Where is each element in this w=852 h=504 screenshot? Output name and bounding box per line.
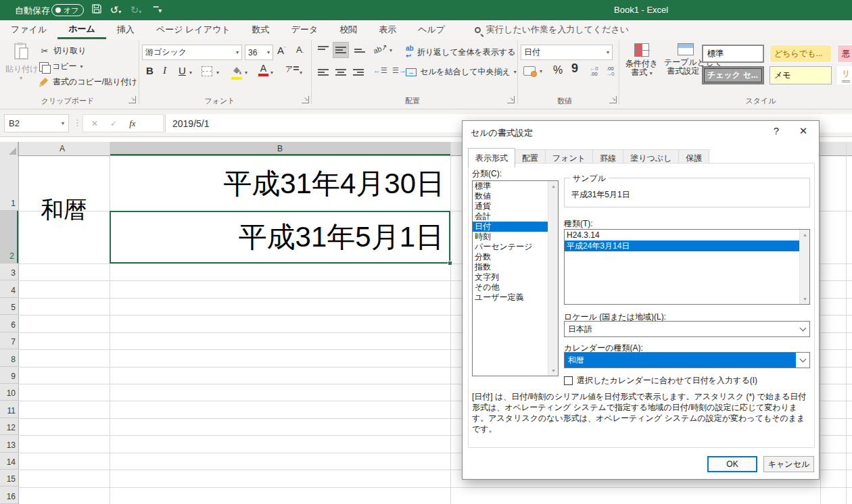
conditional-formatting-button[interactable]: 条件付き書式 ▾ (622, 43, 661, 78)
autosave-toggle[interactable]: オフ (51, 4, 84, 16)
font-dialog-launcher-icon[interactable]: ↘ (302, 96, 309, 103)
number-format-combo[interactable]: 日付 ▾ (521, 45, 613, 60)
decrease-decimal-icon[interactable]: .00→0 (606, 66, 614, 77)
cell-style-chip[interactable]: リ (837, 66, 852, 84)
number-dialog-launcher-icon[interactable]: ↘ (609, 96, 617, 103)
row-header-12[interactable]: 12 (0, 418, 18, 435)
insert-function-icon[interactable]: fx (129, 118, 135, 129)
underline-button[interactable]: U (179, 65, 186, 76)
row-header-4[interactable]: 4 (0, 280, 18, 297)
cell-style-chip[interactable]: 悪 (837, 45, 852, 63)
scroll-up-icon[interactable]: ▲ (800, 230, 810, 240)
cell-b2-active[interactable]: 平成31年5月1日 (110, 211, 450, 263)
category-item[interactable]: 標準 (473, 181, 548, 191)
dialog-close-button[interactable]: ✕ (792, 121, 815, 141)
column-header-a[interactable]: A (60, 144, 65, 153)
cell-a1-merged[interactable]: 和暦 (18, 156, 110, 263)
fill-color-button[interactable] (231, 65, 242, 80)
font-size-combo[interactable]: 36 ▾ (245, 45, 273, 60)
phonetic-dropdown-arrow[interactable]: ▾ (300, 70, 302, 76)
align-left-icon[interactable] (318, 68, 329, 77)
row-header-3[interactable]: 3 (0, 263, 18, 280)
font-color-button[interactable]: A (258, 64, 268, 76)
decrease-font-size-button[interactable]: Aˇ (296, 45, 304, 57)
cancel-button[interactable]: キャンセル (763, 456, 814, 472)
calendar-dropdown-button[interactable] (796, 353, 809, 368)
borders-icon[interactable] (202, 66, 212, 76)
calendar-type-combo[interactable]: 和暦 (564, 352, 810, 368)
dialog-help-button[interactable]: ? (765, 121, 788, 141)
cell-style-chip[interactable]: どちらでも... (770, 45, 832, 63)
format-painter-button[interactable]: 書式のコピー/貼り付け (39, 76, 137, 88)
fill-color-dropdown-arrow[interactable]: ▾ (245, 70, 247, 76)
borders-dropdown-arrow[interactable]: ▾ (216, 70, 219, 76)
column-header-b[interactable]: B (110, 142, 450, 155)
cell-style-chip[interactable]: メモ (770, 66, 832, 84)
align-top-icon[interactable] (318, 45, 329, 51)
type-item[interactable]: H24.3.14 (565, 230, 799, 241)
orientation-dropdown-arrow[interactable]: ▾ (389, 47, 392, 53)
calendar-input-checkbox[interactable] (564, 376, 573, 385)
select-all-corner[interactable] (0, 142, 18, 156)
merge-center-button[interactable]: ↔ セルを結合して中央揃え ▾ (406, 66, 517, 78)
cell-style-chip[interactable]: チェック セ... (702, 66, 764, 84)
align-center-icon[interactable] (335, 68, 346, 77)
category-item[interactable]: パーセンテージ (473, 242, 548, 252)
cell-b1[interactable]: 平成31年4月30日 (110, 156, 450, 211)
row-header-10[interactable]: 10 (0, 384, 18, 401)
category-item[interactable]: 会計 (473, 211, 548, 222)
bold-button[interactable]: B (146, 65, 153, 76)
ok-button[interactable]: OK (707, 456, 757, 472)
type-listbox[interactable]: ▲ ▼ H24.3.14平成24年3月14日 (564, 229, 810, 305)
row-header-15[interactable]: 15 (0, 470, 18, 486)
row-header-11[interactable]: 11 (0, 401, 18, 418)
clipboard-dialog-launcher-icon[interactable]: ↘ (128, 96, 136, 103)
cut-button[interactable]: ✂ 切り取り (39, 45, 87, 57)
format-as-table-button[interactable]: テーブルとして書式設定 ▾ (664, 43, 707, 76)
increase-indent-icon[interactable]: ☰→ (392, 66, 406, 75)
orientation-button[interactable]: ab↗ (372, 43, 389, 56)
row-header-14[interactable]: 14 (0, 453, 18, 470)
row-header-5[interactable]: 5 (0, 298, 18, 315)
accounting-format-icon[interactable] (523, 66, 536, 76)
type-item[interactable]: 平成24年3月14日 (565, 241, 799, 251)
type-scrollbar[interactable]: ▲ ▼ (799, 230, 809, 304)
category-item[interactable]: 通貨 (473, 201, 548, 211)
tell-me-search[interactable]: 実行したい作業を入力してください (475, 20, 629, 39)
wrap-text-button[interactable]: ab↩ 折り返して全体を表示する (406, 45, 515, 59)
align-bottom-icon[interactable] (354, 47, 365, 54)
paste-button[interactable]: 貼り付け ▾ (5, 42, 37, 81)
align-middle-icon[interactable] (333, 42, 349, 58)
row-header-9[interactable]: 9 (0, 367, 18, 384)
scroll-down-icon[interactable]: ▼ (800, 294, 810, 304)
percent-style-button[interactable]: % (553, 64, 563, 76)
ribbon-tab-8[interactable]: ヘルプ (407, 20, 456, 39)
cell-style-chip[interactable]: 標準 (702, 45, 764, 63)
align-right-icon[interactable] (353, 68, 364, 77)
phonetic-guide-button[interactable]: ア (285, 64, 299, 74)
ribbon-tab-6[interactable]: 校閲 (329, 20, 368, 39)
alignment-dialog-launcher-icon[interactable]: ↘ (507, 96, 515, 103)
category-item[interactable]: 文字列 (473, 272, 548, 282)
ribbon-tab-1[interactable]: ホーム (57, 20, 106, 39)
ribbon-tab-5[interactable]: データ (281, 20, 329, 39)
row-header-13[interactable]: 13 (0, 435, 18, 452)
ribbon-tab-0[interactable]: ファイル (0, 20, 57, 39)
row-header-8[interactable]: 8 (0, 349, 18, 366)
ribbon-tab-4[interactable]: 数式 (241, 20, 281, 39)
category-item[interactable]: 時刻 (473, 232, 548, 242)
locale-dropdown-button[interactable] (796, 322, 809, 336)
increase-decimal-icon[interactable]: ←0.00 (590, 66, 598, 77)
locale-combo[interactable]: 日本語 (564, 321, 810, 337)
comma-style-button[interactable]: 9 (571, 61, 578, 76)
underline-dropdown-arrow[interactable]: ▾ (189, 70, 192, 76)
dialog-tab-0[interactable]: 表示形式 (468, 148, 515, 168)
decrease-indent-icon[interactable]: ←☰ (373, 66, 387, 75)
row-header-1[interactable]: 1 (0, 156, 18, 211)
row-header-6[interactable]: 6 (0, 315, 18, 332)
font-name-combo[interactable]: 游ゴシック ▾ (142, 45, 242, 60)
undo-icon[interactable]: ↺▾ (108, 3, 123, 17)
save-icon[interactable] (89, 3, 104, 17)
enter-entry-icon[interactable]: ✓ (110, 119, 117, 128)
category-item[interactable]: 数値 (473, 191, 548, 201)
